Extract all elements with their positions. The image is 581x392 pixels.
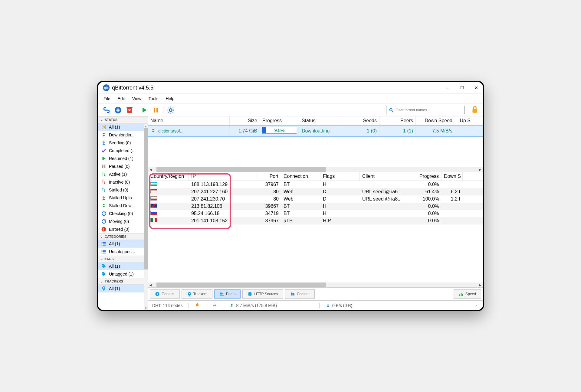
col-header[interactable]: Up S <box>455 116 473 125</box>
sidebar-item[interactable]: Untagged (1) <box>98 270 148 278</box>
torrents-hscroll[interactable]: ◀▶ <box>148 167 483 172</box>
menu-view[interactable]: View <box>132 96 141 101</box>
col-header[interactable]: Peers <box>379 116 416 125</box>
speed-limit-icon[interactable] <box>212 302 217 308</box>
col-header[interactable]: Country/Region⌄ <box>148 172 189 181</box>
col-header[interactable]: Port <box>257 172 281 181</box>
menu-help[interactable]: Help <box>166 96 174 101</box>
section-header-status[interactable]: ⌄ STATUS <box>98 116 148 123</box>
torrents-header[interactable]: NameSizeProgressStatusSeedsPeersDown Spe… <box>148 116 483 125</box>
col-header[interactable]: Down Speed <box>416 116 455 125</box>
sidebar-item[interactable]: Moving (0) <box>98 217 148 225</box>
menu-tools[interactable]: Tools <box>149 96 159 101</box>
tab-content[interactable]: Content <box>285 289 315 299</box>
menu-edit[interactable]: Edit <box>118 96 125 101</box>
svg-rect-7 <box>472 109 477 113</box>
firewall-icon <box>195 302 200 308</box>
sidebar-item[interactable]: Uncategoris... <box>98 248 148 256</box>
col-header[interactable]: Seeds <box>343 116 379 125</box>
minimize-button[interactable]: — <box>446 85 450 90</box>
tab-http sources[interactable]: HTTP Sources <box>242 289 283 299</box>
tab-speed[interactable]: Speed <box>454 289 481 299</box>
flag-gb-icon <box>150 204 157 208</box>
up2-icon <box>101 195 107 201</box>
add-torrent-button[interactable] <box>114 106 122 114</box>
sidebar-item[interactable]: Active (1) <box>98 170 148 178</box>
search-box[interactable] <box>386 106 465 114</box>
peer-row[interactable]: 213.81.82.106 39667 BT H 0.0% <box>148 203 483 210</box>
col-header[interactable]: Down S <box>441 172 463 181</box>
sidebar-item-label: All (1) <box>109 286 120 291</box>
sidebar-item-label: Inactive (0) <box>109 180 130 185</box>
resume-button[interactable] <box>140 106 149 114</box>
col-header[interactable]: Client <box>360 172 411 181</box>
delete-button[interactable] <box>125 106 134 114</box>
sidebar-item-label: Paused (0) <box>109 164 130 169</box>
shuffle-icon <box>101 124 107 130</box>
sidebar-item[interactable]: Completed (... <box>98 147 148 155</box>
peer-row[interactable]: 207.241.230.70 80 Web D URL seed @ ia8..… <box>148 195 483 203</box>
section-header-categories[interactable]: ⌄ CATEGORIES <box>98 233 148 240</box>
sidebar-item[interactable]: Downloadin... <box>98 131 148 139</box>
section-header-trackers[interactable]: ⌄ TRACKERS <box>98 278 148 285</box>
col-header[interactable]: IP <box>189 172 257 181</box>
col-header[interactable]: Progress <box>411 172 441 181</box>
sidebar-item-label: Errored (0) <box>109 227 130 232</box>
peer-row[interactable]: 95.24.166.18 34719 BT H 0.0% <box>148 210 483 217</box>
updown-icon <box>101 172 107 177</box>
menu-file[interactable]: File <box>103 96 110 101</box>
col-header[interactable]: Status <box>299 116 343 125</box>
tab-peers[interactable]: Peers <box>214 289 241 299</box>
sidebar-item[interactable]: Resumed (1) <box>98 155 148 162</box>
peer-row[interactable]: 207.241.227.160 80 Web D URL seed @ ia6.… <box>148 188 483 195</box>
col-header[interactable]: Connection <box>281 172 320 181</box>
search-input[interactable] <box>396 108 462 112</box>
down2-icon <box>101 132 107 138</box>
lock-button[interactable] <box>471 106 479 114</box>
up2-icon <box>101 140 107 145</box>
close-button[interactable]: ✕ <box>474 85 478 90</box>
sidebar-item[interactable]: Checking (0) <box>98 210 148 217</box>
flag-us-icon <box>150 189 157 193</box>
col-header[interactable]: Size <box>230 116 260 125</box>
sidebar-scrollbar[interactable]: ▲▼ <box>144 124 148 310</box>
sidebar-item[interactable]: Stalled (0) <box>98 186 148 194</box>
downloading-icon <box>150 128 156 134</box>
sidebar-item[interactable]: All (1) <box>98 285 148 292</box>
sidebar-item[interactable]: All (1) <box>98 240 148 248</box>
peer-row[interactable]: 201.141.108.152 37967 µTP H P 0.0% <box>148 217 483 224</box>
sidebar-item[interactable]: Paused (0) <box>98 162 148 170</box>
sidebar-item[interactable]: All (1) <box>98 262 148 270</box>
maximize-button[interactable]: ☐ <box>460 85 464 90</box>
list-icon <box>101 249 107 254</box>
sidebar-item[interactable]: Seeding (0) <box>98 139 148 147</box>
sidebar-item-label: Untagged (1) <box>109 272 134 276</box>
sidebar-item[interactable]: All (1) <box>98 123 148 131</box>
pin-icon <box>101 286 107 291</box>
sidebar-item[interactable]: Stalled Uplo... <box>98 194 148 202</box>
tab-general[interactable]: iGeneral <box>150 289 180 299</box>
check-icon <box>101 148 107 153</box>
sidebar-item[interactable]: Errored (0) <box>98 225 148 233</box>
pause-button[interactable] <box>152 106 160 114</box>
peers-hscroll[interactable]: ◀▶ <box>148 283 483 287</box>
tab-trackers[interactable]: Trackers <box>182 289 212 299</box>
info-icon: i <box>155 292 160 296</box>
col-header[interactable]: Name <box>148 116 230 125</box>
col-header[interactable]: Progress <box>260 116 299 125</box>
resize-grip-icon[interactable]: ⋰ <box>474 303 479 308</box>
peers-header[interactable]: Country/Region⌄IPPortConnectionFlagsClie… <box>148 172 483 181</box>
detail-tabs: iGeneralTrackersPeersHTTP SourcesContent… <box>148 287 483 300</box>
settings-button[interactable] <box>166 106 175 114</box>
col-header[interactable]: Flags <box>320 172 360 181</box>
svg-rect-9 <box>104 165 106 168</box>
app-window: qb qBittorrent v4.5.5 — ☐ ✕ FileEditView… <box>97 81 484 311</box>
peer-row[interactable]: 188.113.198.129 37967 BT H 0.0% <box>148 181 483 188</box>
section-header-tags[interactable]: ⌄ TAGS <box>98 256 148 262</box>
down-speed-status: 8.7 MiB/s (175.9 MiB) <box>229 303 277 308</box>
svg-point-20 <box>103 287 105 289</box>
torrent-row[interactable]: dictionaryof... 1.74 GiB 9.8% Downloadin… <box>148 125 483 137</box>
sidebar-item[interactable]: Inactive (0) <box>98 178 148 186</box>
add-link-button[interactable] <box>102 106 111 114</box>
sidebar-item[interactable]: Stalled Dow... <box>98 202 148 210</box>
